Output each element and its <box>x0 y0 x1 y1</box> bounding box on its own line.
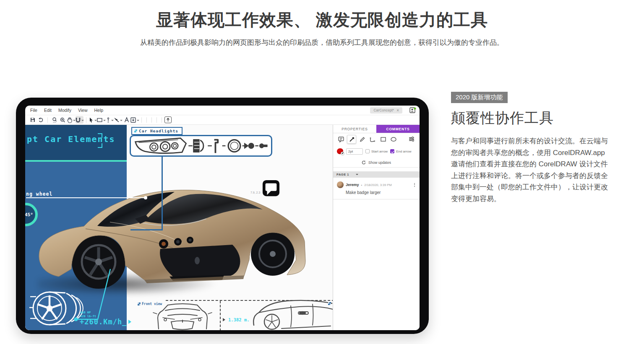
version-badge: 2020 版新增功能 <box>451 92 508 103</box>
tab-comments[interactable]: COMMENTS <box>376 125 420 133</box>
panel-tabs: PROPERTIES COMMENTS <box>333 125 420 133</box>
dimension-value: 1.382 m. <box>228 317 250 322</box>
document-tab-label: CarConcept* <box>373 108 394 112</box>
text-tool-icon[interactable] <box>123 116 130 124</box>
comment-marker-icon[interactable] <box>262 180 280 197</box>
comment-card[interactable]: Jeremy • 2/18/2020, 3:39 PM Make badge l… <box>333 178 420 199</box>
pan-tool-icon[interactable] <box>67 116 75 124</box>
bullet-separator: • <box>361 183 362 187</box>
right-dock-panel: PROPERTIES COMMENTS <box>333 125 420 330</box>
measure-annotation-icon[interactable] <box>368 135 377 144</box>
share-collaborate-icon[interactable] <box>409 107 416 114</box>
arrow-options-row: Start arrow End arrow <box>333 145 420 158</box>
caret-right-icon <box>128 320 133 324</box>
front-view-sketch <box>151 301 214 330</box>
coreldraw-app-window: File Edit Modify View Help CarConcept* × <box>25 106 420 330</box>
layer-checker-icon <box>138 303 141 305</box>
layer-checker-icon <box>328 302 331 305</box>
stroke-color-swatch[interactable] <box>337 148 344 155</box>
work-area: pt Car Elements <box>25 125 420 330</box>
knife-tool-icon[interactable] <box>114 116 122 124</box>
toolbar <box>25 115 420 125</box>
refresh-icon <box>362 160 366 165</box>
menu-modify[interactable]: Modify <box>58 108 71 113</box>
menu-view[interactable]: View <box>78 108 88 113</box>
feature-column: 2020 版新增功能 颠覆性协作工具 与客户和同事进行前所未有的设计交流。在云端… <box>451 92 610 204</box>
start-arrow-option[interactable]: Start arrow <box>365 149 388 153</box>
caret-right-icon <box>223 318 227 321</box>
page-title: 显著体现工作效果、 激发无限创造力的工具 <box>0 8 644 31</box>
steering-wheel-label: ng wheel <box>26 191 52 197</box>
start-arrow-checkbox[interactable] <box>365 149 370 153</box>
snap-magnet-icon[interactable] <box>76 116 83 124</box>
comment-author: Jeremy <box>346 183 359 187</box>
filter-settings-icon[interactable] <box>407 135 416 144</box>
show-updates-label: Show updates <box>368 160 391 165</box>
comment-header: Jeremy • 2/18/2020, 3:39 PM <box>337 181 416 188</box>
comment-text: Make badge larger <box>346 190 416 195</box>
close-icon[interactable]: × <box>396 108 399 113</box>
toolbar-separator <box>47 117 48 123</box>
ellipse-annotation-icon[interactable] <box>389 135 398 144</box>
stroke-width-input[interactable] <box>346 148 363 155</box>
save-icon[interactable] <box>29 116 37 124</box>
spec-leader-line <box>73 266 115 322</box>
publish-export-icon[interactable] <box>164 116 172 123</box>
tablet-frame: File Edit Modify View Help CarConcept* × <box>16 98 429 334</box>
angle-gauge-value: 45° <box>25 212 33 217</box>
car-headlights-label[interactable]: Car Headlights <box>131 127 183 135</box>
dimension-dashed-line-vertical <box>220 301 221 330</box>
menu-file[interactable]: File <box>30 108 37 113</box>
feature-description: 与客户和同事进行前所未有的设计交流。在云端与您的审阅者共享您的概念，使用 Cor… <box>451 135 610 204</box>
menu-help[interactable]: Help <box>94 108 104 113</box>
start-arrow-label: Start arrow <box>371 150 388 153</box>
menu-edit[interactable]: Edit <box>44 108 52 113</box>
steering-wheel-leader-dot <box>144 196 147 199</box>
toolbar-separator <box>146 117 147 123</box>
pen-tool-icon[interactable] <box>106 116 114 124</box>
show-updates-row[interactable]: Show updates <box>333 158 420 168</box>
zoom-in-icon[interactable] <box>59 116 67 124</box>
draw-pen-icon[interactable] <box>357 135 367 144</box>
page-section-header[interactable]: PAGE 1 <box>333 171 420 178</box>
zoom-level-icon[interactable] <box>50 116 58 124</box>
import-icon[interactable] <box>131 116 139 124</box>
pick-tool-icon[interactable] <box>89 116 97 124</box>
bracket-mark-top <box>98 133 102 138</box>
callout-connector-vertical <box>162 157 163 230</box>
rectangle-tool-icon[interactable] <box>97 116 105 124</box>
car-headlights-label-text: Car Headlights <box>139 129 178 133</box>
poster-mint-divider <box>25 160 127 162</box>
comment-tools-row <box>333 133 420 145</box>
comment-timestamp: 2/18/2020, 3:39 PM <box>364 183 391 187</box>
page-subtitle: 从精美的作品到极具影响力的网页图形与出众的印刷品质，借助系列工具展现您的创意，获… <box>0 38 644 47</box>
cursor-coordinates: 7.9, 2.3 <box>250 191 260 194</box>
end-arrow-checkbox[interactable] <box>390 149 394 153</box>
feature-title: 颠覆性协作工具 <box>451 109 610 128</box>
tab-properties[interactable]: PROPERTIES <box>333 125 376 133</box>
toolbar-separator <box>162 117 162 123</box>
steering-wheel-leader-line <box>26 197 146 198</box>
note-comment-icon[interactable] <box>336 135 346 144</box>
toolbar-separator <box>86 117 86 123</box>
headlight-parts-drawing <box>131 136 270 155</box>
eyedropper-icon <box>341 152 344 155</box>
rear-view-sketch <box>249 298 333 330</box>
toolbar-separator <box>141 117 142 123</box>
page: 显著体现工作效果、 激发无限创造力的工具 从精美的作品到极具影响力的网页图形与出… <box>0 0 644 344</box>
kebab-menu-icon[interactable] <box>413 182 416 188</box>
page-section-label: PAGE 1 <box>336 173 349 176</box>
undo-icon[interactable] <box>37 116 45 124</box>
end-arrow-label: End arrow <box>396 150 411 153</box>
end-arrow-option[interactable]: End arrow <box>390 149 411 153</box>
callout-connector-horizontal <box>130 229 163 230</box>
avatar <box>337 181 344 188</box>
dimension-annotation: 1.382 m. <box>223 317 250 322</box>
drawing-canvas[interactable]: pt Car Elements <box>25 125 333 330</box>
bracket-mark-bottom <box>98 143 102 148</box>
headlight-parts-box[interactable] <box>130 135 272 157</box>
toolbar-separator <box>156 117 157 123</box>
document-tab[interactable]: CarConcept* × <box>370 107 402 114</box>
rectangle-annotation-icon[interactable] <box>378 135 388 144</box>
arrow-annotation-icon[interactable] <box>347 135 356 144</box>
